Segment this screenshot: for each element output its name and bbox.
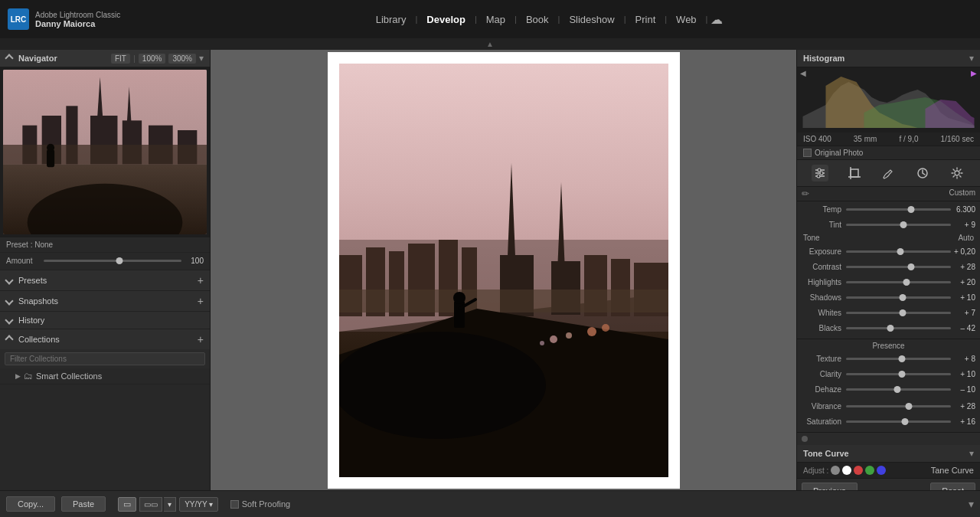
navigator-header[interactable]: Navigator FIT | 100% 300% ▾: [0, 50, 210, 67]
copy-button[interactable]: Copy...: [6, 496, 55, 512]
highlights-value: + 20: [951, 278, 975, 286]
dehaze-label: Dehaze: [802, 385, 846, 394]
clarity-slider[interactable]: [846, 368, 951, 380]
history-header[interactable]: History: [0, 312, 210, 329]
basic-adjustments-tool[interactable]: [812, 165, 828, 182]
cloud-icon[interactable]: ☁: [710, 12, 723, 27]
zoom-dropdown-icon[interactable]: ▾: [199, 53, 204, 64]
saturation-slider[interactable]: [846, 415, 951, 427]
adjust-circle-gray[interactable]: [831, 466, 840, 475]
curve-dot: [802, 436, 808, 442]
fit-btn[interactable]: FIT: [111, 54, 130, 64]
histogram-area: ◀ ▶: [797, 67, 980, 133]
nav-map[interactable]: Map: [480, 11, 511, 28]
histogram-clip-indicators: ◀ ▶: [797, 69, 980, 77]
svg-rect-49: [851, 169, 858, 177]
aperture-info: f / 9,0: [899, 135, 918, 143]
right-panel: Histogram ▾ ◀ ▶: [796, 50, 980, 490]
amount-label: Amount: [6, 257, 41, 265]
snapshots-add-btn[interactable]: +: [198, 295, 204, 307]
presets-add-btn[interactable]: +: [198, 274, 204, 286]
presets-header[interactable]: Presets +: [0, 270, 210, 290]
blacks-row: Blacks – 42: [797, 320, 980, 335]
side-by-side-btn[interactable]: ▭▭: [139, 497, 162, 512]
shadows-slider[interactable]: [846, 291, 951, 303]
center-panel: [211, 50, 796, 490]
nav-develop[interactable]: Develop: [420, 11, 472, 28]
collections-add-btn[interactable]: +: [198, 333, 204, 345]
zoom-100-btn[interactable]: 100%: [139, 54, 166, 64]
adjust-row-circles: Adjust :: [803, 466, 886, 475]
nav-book[interactable]: Book: [520, 11, 555, 28]
original-photo-checkbox[interactable]: [803, 149, 812, 157]
soft-proofing-checkbox[interactable]: [230, 500, 239, 509]
crop-tool[interactable]: [846, 165, 863, 182]
collections-filter-area: [0, 349, 210, 368]
view-controls: ▭ ▭▭ ▾ YY/YY ▾: [118, 497, 217, 512]
dropdown-multi-btn[interactable]: ▾: [164, 497, 176, 512]
exposure-row: Exposure + 0,20: [797, 244, 980, 259]
history-tool[interactable]: [914, 165, 931, 182]
collections-filter-input[interactable]: [5, 352, 205, 365]
left-panel: Navigator FIT | 100% 300% ▾: [0, 50, 211, 490]
exposure-value: + 0,20: [951, 247, 975, 256]
snapshots-title: Snapshots: [6, 296, 58, 306]
adjust-label-text: Adjust :: [803, 466, 828, 475]
paste-button[interactable]: Paste: [61, 496, 106, 512]
whites-slider[interactable]: [846, 306, 951, 319]
contrast-value: + 28: [951, 263, 975, 271]
nav-print[interactable]: Print: [629, 11, 662, 28]
temp-value: 6.300: [951, 205, 975, 214]
nav-library[interactable]: Library: [370, 11, 413, 28]
histogram-svg: [800, 70, 977, 128]
saturation-row: Saturation + 16: [797, 414, 980, 429]
temp-slider[interactable]: [846, 203, 951, 215]
tint-row: Tint + 9: [797, 217, 980, 232]
adjust-circle-green[interactable]: [865, 466, 874, 475]
single-view-btn[interactable]: ▭: [118, 497, 136, 512]
exposure-slider[interactable]: [846, 245, 951, 257]
presets-title: Presets: [6, 276, 47, 285]
settings-tool[interactable]: [949, 165, 965, 182]
exposure-label: Exposure: [802, 247, 846, 256]
snapshots-header[interactable]: Snapshots +: [0, 291, 210, 311]
vibrance-slider[interactable]: [846, 400, 951, 412]
adjust-circle-white[interactable]: [842, 466, 851, 475]
highlights-slider[interactable]: [846, 276, 951, 288]
tane-curve-row: Adjust : Tane Curve: [797, 462, 980, 478]
left-clip-indicator: ◀: [800, 69, 806, 77]
dehaze-slider[interactable]: [846, 383, 951, 395]
texture-value: + 8: [951, 355, 975, 363]
adjust-circle-blue[interactable]: [877, 466, 886, 475]
top-expand-bar[interactable]: ▲: [0, 38, 980, 50]
histogram-dropdown-icon[interactable]: ▾: [969, 53, 974, 64]
texture-label: Texture: [802, 355, 846, 363]
date-control[interactable]: YY/YY ▾: [179, 497, 217, 512]
auto-tone-btn[interactable]: Auto: [958, 234, 974, 242]
blacks-slider[interactable]: [846, 322, 951, 334]
amount-value: 100: [185, 257, 204, 265]
collections-section: Collections + ▶ 🗂 Smart Collections: [0, 329, 210, 384]
amount-slider[interactable]: [44, 254, 181, 267]
svg-point-14: [47, 144, 54, 152]
brush-tool[interactable]: [880, 165, 897, 182]
photo-svg: [339, 64, 668, 477]
wb-pen-icon[interactable]: ✏: [802, 188, 809, 199]
texture-slider[interactable]: [846, 352, 951, 365]
collections-header[interactable]: Collections +: [0, 329, 210, 349]
filmstrip-toggle[interactable]: ▾: [969, 498, 974, 510]
tone-curve-header[interactable]: Tone Curve ▾: [797, 445, 980, 462]
smart-collections-item[interactable]: ▶ 🗂 Smart Collections: [0, 368, 210, 384]
reset-btn[interactable]: Reset: [930, 483, 975, 490]
tint-slider[interactable]: [846, 218, 951, 231]
nav-web[interactable]: Web: [670, 11, 703, 28]
tone-curve-dropdown-icon[interactable]: ▾: [969, 448, 974, 459]
contrast-slider[interactable]: [846, 260, 951, 273]
adjust-circle-red[interactable]: [854, 466, 863, 475]
main-nav: Library | Develop | Map | Book | Slidesh…: [120, 11, 972, 28]
zoom-300-btn[interactable]: 300%: [168, 54, 196, 64]
collections-arrow: [5, 335, 13, 343]
nav-slideshow[interactable]: Slideshow: [563, 11, 620, 28]
svg-point-53: [955, 171, 959, 175]
previous-btn[interactable]: Previous: [802, 483, 858, 490]
